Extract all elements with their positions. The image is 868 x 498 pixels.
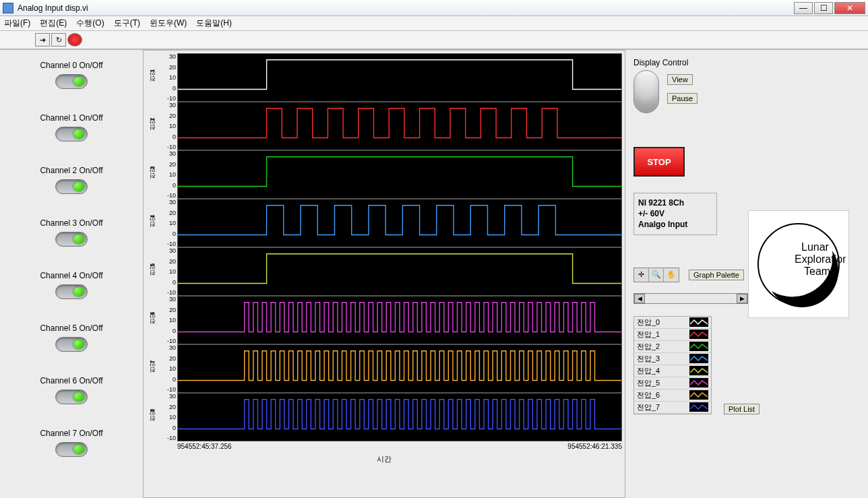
channel-3-toggle[interactable] [55, 232, 88, 247]
y-label-0: 전압 1 [146, 53, 158, 102]
y-label-2: 전압 3 [146, 150, 158, 199]
y-ticks-4: 3020100-10 [158, 247, 177, 296]
zoom-icon[interactable]: 🔍 [649, 268, 664, 282]
menu-run[interactable]: 수행(O) [76, 18, 104, 29]
minimize-button[interactable]: — [794, 2, 813, 14]
abort-icon[interactable] [67, 33, 82, 46]
y-ticks-7: 3020100-10 [158, 393, 177, 441]
x-end: 954552:46:21.335 [567, 443, 622, 450]
pause-button[interactable]: Pause [667, 93, 698, 104]
plot-channel-4[interactable]: 전압 5 3020100-10 [146, 247, 622, 296]
graph-palette-label: Graph Palette [689, 270, 744, 280]
stop-button[interactable]: STOP [633, 147, 685, 177]
legend-item-2[interactable]: 전압_2 [634, 341, 711, 353]
scroll-right-icon[interactable]: ▶ [737, 294, 747, 303]
y-label-3: 전압 4 [146, 199, 158, 247]
y-ticks-2: 3020100-10 [158, 150, 177, 199]
y-ticks-1: 3020100-10 [158, 102, 177, 150]
plot-channel-3[interactable]: 전압 4 3020100-10 [146, 199, 622, 247]
legend-item-0[interactable]: 전압_0 [634, 317, 711, 329]
channel-1-label: Channel 1 On/Off [5, 113, 137, 123]
legend-sample-6 [689, 390, 708, 400]
channel-7-label: Channel 7 On/Off [5, 429, 137, 438]
channel-0-toggle[interactable] [55, 74, 88, 89]
channel-3-label: Channel 3 On/Off [5, 218, 137, 228]
graph-palette[interactable]: ✛ 🔍 ✋ [633, 268, 679, 282]
y-label-1: 전압 2 [146, 102, 158, 150]
x-axis: 954552:45:37.256 954552:46:21.335 [146, 441, 622, 450]
run-arrow-icon[interactable]: ➔ [35, 33, 50, 46]
right-panel: Display Control View Pause STOP NI 9221 … [625, 50, 868, 498]
channel-1-toggle[interactable] [55, 127, 88, 142]
legend-sample-0 [689, 317, 708, 327]
legend-item-1[interactable]: 전압_1 [634, 329, 711, 341]
y-label-5: 전압 6 [146, 296, 158, 344]
plot-channel-5[interactable]: 전압 6 3020100-10 [146, 296, 622, 344]
scroll-left-icon[interactable]: ◀ [634, 294, 645, 303]
svg-text:Exploration: Exploration [795, 253, 846, 265]
channel-4-label: Channel 4 On/Off [5, 271, 137, 280]
maximize-button[interactable]: ☐ [814, 2, 833, 14]
plot-list-label: Plot List [724, 404, 760, 414]
legend-sample-3 [689, 354, 708, 363]
x-axis-label: 시간 [146, 450, 622, 464]
plot-channel-7[interactable]: 전압 8 3020100-10 [146, 393, 622, 441]
plot-legend[interactable]: 전압_0 전압_1 전압_2 전압_3 전압_4 전압_5 전압_6 전압_7 [633, 316, 712, 414]
y-ticks-6: 3020100-10 [158, 344, 177, 393]
device-info-box: NI 9221 8Ch +/- 60V Analgo Input [633, 193, 717, 235]
team-logo: Lunar Exploration Team [748, 210, 849, 318]
hand-icon[interactable]: ✋ [664, 268, 679, 282]
menu-help[interactable]: 도움말(H) [196, 18, 232, 29]
x-start: 954552:45:37.256 [177, 443, 232, 450]
y-ticks-0: 3020100-10 [158, 53, 177, 102]
legend-sample-1 [689, 330, 708, 339]
channel-4-toggle[interactable] [55, 284, 88, 299]
history-scrollbar[interactable]: ◀ ▶ [633, 293, 748, 304]
legend-sample-7 [689, 402, 708, 412]
y-ticks-5: 3020100-10 [158, 296, 177, 344]
menu-window[interactable]: 윈도우(W) [150, 18, 187, 29]
waveform-chart: 전압 1 3020100-10 전압 2 3020100-10 전압 3 302… [143, 50, 625, 498]
plot-channel-2[interactable]: 전압 3 3020100-10 [146, 150, 622, 199]
y-ticks-3: 3020100-10 [158, 199, 177, 247]
y-label-4: 전압 5 [146, 247, 158, 296]
channel-2-toggle[interactable] [55, 179, 88, 194]
menu-tools[interactable]: 도구(T) [114, 18, 140, 29]
run-continuous-icon[interactable]: ↻ [51, 33, 66, 46]
y-label-7: 전압 8 [146, 393, 158, 441]
legend-sample-2 [689, 342, 708, 351]
svg-text:Team: Team [804, 266, 830, 277]
legend-item-6[interactable]: 전압_6 [634, 390, 711, 402]
svg-text:Lunar: Lunar [801, 241, 830, 253]
channel-7-toggle[interactable] [55, 442, 88, 457]
crosshair-icon[interactable]: ✛ [634, 268, 649, 282]
channel-toggle-panel: Channel 0 On/Off Channel 1 On/Off Channe… [0, 50, 143, 498]
plot-channel-0[interactable]: 전압 1 3020100-10 [146, 53, 622, 102]
menu-edit[interactable]: 편집(E) [40, 18, 67, 29]
menu-bar: 파일(F) 편집(E) 수행(O) 도구(T) 윈도우(W) 도움말(H) [0, 16, 868, 31]
legend-sample-4 [689, 366, 708, 375]
toolbar: ➔ ↻ [0, 31, 868, 50]
title-bar: Analog Input disp.vi — ☐ ✕ [0, 0, 868, 16]
app-icon [3, 3, 13, 13]
view-pause-rocker[interactable] [633, 70, 659, 113]
legend-item-3[interactable]: 전압_3 [634, 353, 711, 365]
legend-item-5[interactable]: 전압_5 [634, 377, 711, 390]
window-title: Analog Input disp.vi [18, 3, 88, 13]
channel-2-label: Channel 2 On/Off [5, 166, 137, 175]
display-control-label: Display Control [633, 58, 860, 67]
y-label-6: 전압 7 [146, 344, 158, 393]
legend-item-7[interactable]: 전압_7 [634, 402, 711, 414]
channel-6-toggle[interactable] [55, 390, 88, 404]
plot-channel-6[interactable]: 전압 7 3020100-10 [146, 344, 622, 393]
channel-0-label: Channel 0 On/Off [5, 61, 137, 70]
channel-6-label: Channel 6 On/Off [5, 376, 137, 385]
legend-sample-5 [689, 378, 708, 387]
menu-file[interactable]: 파일(F) [4, 18, 30, 29]
plot-channel-1[interactable]: 전압 2 3020100-10 [146, 102, 622, 150]
channel-5-label: Channel 5 On/Off [5, 323, 137, 333]
view-button[interactable]: View [667, 74, 693, 85]
close-button[interactable]: ✕ [834, 2, 865, 14]
legend-item-4[interactable]: 전압_4 [634, 365, 711, 377]
channel-5-toggle[interactable] [55, 337, 88, 352]
